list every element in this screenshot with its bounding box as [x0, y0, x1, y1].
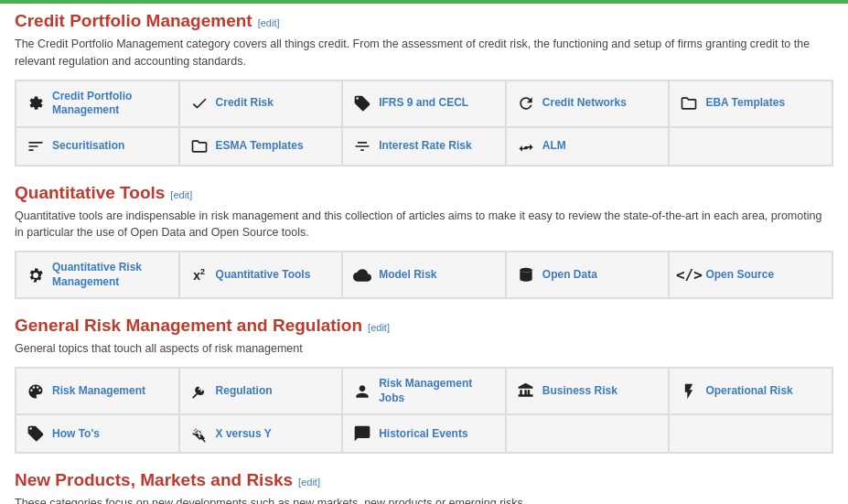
category-item[interactable]: Quantitative Risk Management [16, 252, 179, 298]
section-description: General topics that touch all aspects of… [15, 340, 833, 358]
arrows-lr-icon [516, 137, 536, 155]
lines-filter-icon [26, 137, 46, 155]
category-item[interactable]: How To's [16, 414, 179, 453]
edit-link[interactable]: [edit] [170, 189, 192, 200]
edit-link[interactable]: [edit] [298, 477, 320, 488]
folder-icon [679, 94, 699, 113]
refresh-icon [516, 94, 536, 113]
cloud-icon [352, 266, 372, 284]
category-item[interactable]: Open Data [506, 252, 670, 298]
category-item[interactable]: Interest Rate Risk [342, 127, 506, 166]
category-label: Business Risk [542, 384, 617, 399]
section-title: Quantitative Tools [15, 183, 165, 202]
empty-cell [669, 414, 832, 453]
category-label: IFRS 9 and CECL [379, 96, 468, 111]
category-grid: Risk ManagementRegulationRisk Management… [15, 367, 833, 454]
speech-bubble-icon [352, 424, 372, 443]
category-item[interactable]: Operational Risk [669, 368, 832, 414]
category-label: ESMA Templates [216, 139, 304, 154]
category-item[interactable]: Securitisation [16, 127, 179, 166]
check-icon [189, 94, 209, 113]
category-label: Securitisation [52, 139, 124, 154]
category-item[interactable]: Regulation [179, 368, 343, 414]
category-item[interactable]: ESMA Templates [179, 127, 343, 166]
tag-outline-icon [26, 424, 46, 443]
section-description: These categories focus on new developmen… [15, 495, 833, 504]
sliders-icon [352, 137, 372, 155]
category-grid: Quantitative Risk Managementx2Quantitati… [15, 251, 833, 299]
tag-icon [352, 94, 372, 113]
code-icon: </> [679, 266, 699, 284]
category-label: Credit Risk [216, 96, 274, 111]
edit-link[interactable]: [edit] [368, 322, 390, 333]
x-squared-icon: x2 [189, 267, 209, 283]
category-item[interactable]: Model Risk [342, 252, 506, 298]
category-item[interactable]: Credit Networks [506, 80, 670, 127]
category-label: Open Data [542, 268, 597, 283]
category-item[interactable]: EBA Templates [669, 80, 832, 127]
empty-cell [506, 414, 670, 453]
section-general-risk: General Risk Management and Regulation[e… [15, 316, 833, 454]
section-title: New Products, Markets and Risks [15, 470, 293, 489]
section-title: Credit Portfolio Management [15, 11, 252, 30]
category-label: ALM [542, 139, 566, 154]
bolt-icon [679, 382, 699, 401]
svg-point-0 [520, 267, 531, 272]
category-item[interactable]: IFRS 9 and CECL [342, 80, 506, 127]
section-quantitative-tools: Quantitative Tools[edit]Quantitative too… [15, 183, 833, 300]
section-credit-portfolio-management: Credit Portfolio Management[edit]The Cre… [15, 11, 833, 166]
category-label: X versus Y [216, 427, 272, 442]
category-item[interactable]: X versus Y [179, 414, 343, 453]
main-page: Credit Portfolio Management[edit]The Cre… [0, 4, 848, 504]
category-label: Risk Management Jobs [379, 377, 496, 405]
folder-outline-icon [189, 137, 209, 155]
category-item[interactable]: Risk Management [16, 368, 179, 414]
palette-icon [26, 382, 46, 401]
bank-icon [516, 382, 536, 401]
section-title: General Risk Management and Regulation [15, 316, 362, 335]
category-label: Credit Networks [542, 96, 627, 111]
category-label: Quantitative Tools [216, 268, 311, 283]
section-description: Quantitative tools are indispensable in … [15, 208, 833, 242]
section-title-line: General Risk Management and Regulation[e… [15, 316, 833, 336]
category-item[interactable]: Credit Risk [179, 80, 343, 127]
category-item[interactable]: Historical Events [342, 414, 506, 453]
category-label: Open Source [705, 268, 774, 283]
category-label: Interest Rate Risk [379, 139, 471, 154]
section-title-line: New Products, Markets and Risks[edit] [15, 470, 833, 490]
section-title-line: Quantitative Tools[edit] [15, 183, 833, 203]
category-label: Regulation [216, 384, 273, 399]
category-label: Operational Risk [705, 384, 792, 399]
category-label: Quantitative Risk Management [52, 261, 169, 289]
gear-settings-icon [26, 266, 46, 284]
empty-cell [669, 127, 832, 166]
category-label: Risk Management [52, 384, 145, 399]
database-icon [516, 266, 536, 284]
category-label: How To's [52, 427, 100, 442]
category-item[interactable]: Risk Management Jobs [342, 368, 506, 414]
edit-link[interactable]: [edit] [258, 17, 280, 28]
section-new-products: New Products, Markets and Risks[edit]The… [15, 470, 833, 504]
category-item[interactable]: Business Risk [506, 368, 670, 414]
settings-gear-icon [26, 94, 46, 113]
category-item[interactable]: x2Quantitative Tools [179, 252, 343, 298]
scissors-icon [189, 424, 209, 443]
section-title-line: Credit Portfolio Management[edit] [15, 11, 833, 31]
category-label: Historical Events [379, 427, 467, 442]
category-item[interactable]: Credit Portfolio Management [16, 80, 179, 127]
hammer-icon [189, 382, 209, 401]
category-label: EBA Templates [705, 96, 785, 111]
category-label: Model Risk [379, 268, 436, 283]
category-label: Credit Portfolio Management [52, 90, 169, 118]
section-description: The Credit Portfolio Management category… [15, 36, 833, 70]
category-item[interactable]: ALM [506, 127, 670, 166]
person-icon [352, 382, 372, 401]
category-item[interactable]: </>Open Source [669, 252, 832, 298]
category-grid: Credit Portfolio ManagementCredit RiskIF… [15, 80, 833, 166]
